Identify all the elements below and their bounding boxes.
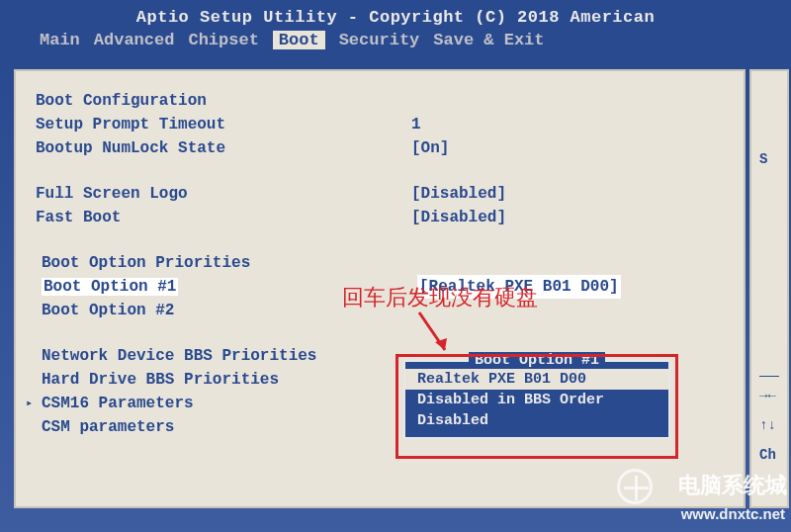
tab-save-exit[interactable]: Save & Exit: [433, 31, 544, 49]
boot-priorities-header: Boot Option Priorities: [36, 251, 724, 275]
popup-item-realtek[interactable]: Realtek PXE B01 D00: [405, 369, 668, 390]
watermark-logo-icon: [617, 469, 653, 504]
popup-item-disabled[interactable]: Disabled: [405, 410, 668, 431]
tab-chipset[interactable]: Chipset: [188, 31, 258, 49]
tab-main[interactable]: Main: [40, 31, 80, 49]
watermark-url: www.dnxtc.net: [681, 505, 785, 522]
setting-label: Bootup NumLock State: [36, 136, 411, 160]
hint-change: Ch: [759, 440, 779, 470]
setting-value: [Disabled]: [411, 206, 506, 229]
setting-label: Boot Option #1: [42, 278, 178, 296]
setting-value: [On]: [411, 136, 449, 160]
tab-advanced[interactable]: Advanced: [94, 31, 175, 49]
help-pane: S →←: Selec ↑↓: Selec Ch: [749, 69, 789, 508]
setting-numlock[interactable]: Bootup NumLock State [On]: [36, 136, 724, 160]
bios-title: Aptio Setup Utility - Copyright (C) 2018…: [0, 0, 791, 31]
setting-fullscreen-logo[interactable]: Full Screen Logo [Disabled]: [36, 182, 724, 206]
help-text: S: [759, 144, 779, 174]
bios-screen: Aptio Setup Utility - Copyright (C) 2018…: [0, 0, 791, 532]
hint-select: →←: Selec: [759, 381, 779, 410]
setting-label: Fast Boot: [36, 206, 411, 229]
watermark-text: 电脑系统城: [678, 471, 787, 500]
boot-option-popup: Boot Option #1 Realtek PXE B01 D00 Disab…: [403, 360, 670, 439]
setting-label: Full Screen Logo: [36, 182, 411, 206]
hint-select2: ↑↓: Selec: [759, 410, 779, 440]
popup-item-disabled-bbs[interactable]: Disabled in BBS Order: [405, 390, 668, 410]
setting-prompt-timeout[interactable]: Setup Prompt Timeout 1: [36, 113, 724, 136]
setting-value: 1: [411, 113, 421, 136]
tab-security[interactable]: Security: [339, 31, 420, 49]
setting-label: Setup Prompt Timeout: [36, 113, 411, 136]
tab-boot[interactable]: Boot: [273, 31, 325, 49]
setting-fast-boot[interactable]: Fast Boot [Disabled]: [36, 206, 724, 229]
annotation-text: 回车后发现没有硬盘: [342, 283, 538, 312]
tab-bar: Main Advanced Chipset Boot Security Save…: [0, 31, 791, 49]
section-header: Boot Configuration: [36, 89, 724, 113]
setting-value: [Disabled]: [411, 182, 506, 206]
popup-title: Boot Option #1: [405, 352, 668, 369]
